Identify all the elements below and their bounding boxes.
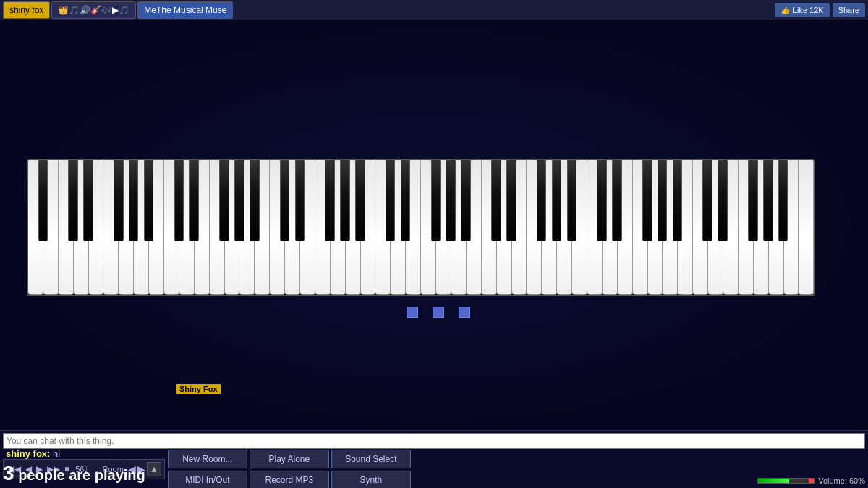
black-key[interactable] — [748, 160, 758, 241]
black-key[interactable] — [673, 160, 683, 241]
black-key[interactable] — [537, 160, 547, 241]
user-tag: Shiny Fox — [176, 384, 221, 394]
key-indicator-3 — [459, 307, 470, 318]
black-key[interactable] — [431, 160, 441, 241]
fb-like-button[interactable]: 👍 Like 12K — [775, 3, 830, 17]
buttons-grid: New Room... Play Alone Sound Select MIDI… — [168, 450, 411, 489]
black-key[interactable] — [386, 160, 396, 241]
user-tab[interactable]: shiny fox — [3, 1, 50, 19]
black-key[interactable] — [642, 160, 652, 241]
black-key[interactable] — [68, 160, 78, 241]
black-key[interactable] — [250, 160, 260, 241]
black-key[interactable] — [295, 160, 305, 241]
synth-button[interactable]: Synth — [331, 471, 411, 489]
fb-like-label: Like — [793, 6, 807, 14]
black-key[interactable] — [491, 160, 501, 241]
volume-bar: Volume: 60% — [757, 476, 865, 485]
people-label: people are playing — [18, 467, 145, 483]
black-key[interactable] — [144, 160, 154, 241]
midi-button[interactable]: MIDI In/Out — [168, 471, 247, 489]
piano-keyboard[interactable] — [27, 159, 815, 296]
icons-tab[interactable]: 👑🎵🔊🎸🎶▶🎵 — [51, 1, 136, 19]
black-key[interactable] — [325, 160, 335, 241]
piano-indicators — [27, 305, 815, 324]
new-room-button[interactable]: New Room... — [168, 450, 247, 468]
black-key[interactable] — [83, 160, 93, 241]
black-key[interactable] — [702, 160, 712, 241]
black-key[interactable] — [597, 160, 607, 241]
fb-thumbs-icon: 👍 — [780, 6, 791, 15]
people-playing: 3 people are playing — [3, 462, 145, 485]
key-indicator-2 — [433, 307, 444, 318]
people-count: 3 — [3, 462, 14, 484]
icons-display: 👑🎵🔊🎸🎶▶🎵 — [58, 5, 129, 15]
black-key[interactable] — [189, 160, 199, 241]
user-tab-label: shiny fox — [9, 5, 43, 15]
sound-select-button[interactable]: Sound Select — [331, 450, 411, 468]
black-key[interactable] — [567, 160, 577, 241]
play-alone-button[interactable]: Play Alone — [250, 450, 329, 468]
fb-like-count: 12K — [809, 6, 824, 14]
chat-input-row: Shiny Fox — [0, 433, 868, 449]
piano-container — [27, 159, 815, 304]
bottom-bar: shiny fox: hi Shiny Fox ◀◀ ◀ ▶ ▶▶ ■ 56♩ … — [0, 430, 868, 488]
black-key[interactable] — [718, 160, 728, 241]
black-key[interactable] — [778, 160, 788, 241]
black-key[interactable] — [340, 160, 350, 241]
black-key[interactable] — [461, 160, 471, 241]
black-key[interactable] — [280, 160, 290, 241]
black-key[interactable] — [114, 160, 124, 241]
black-key[interactable] — [612, 160, 622, 241]
black-key[interactable] — [219, 160, 229, 241]
fb-share-button[interactable]: Share — [833, 3, 865, 17]
volume-fill-green — [758, 479, 789, 483]
black-key[interactable] — [129, 160, 139, 241]
black-key[interactable] — [174, 160, 184, 241]
black-key[interactable] — [763, 160, 773, 241]
controls-row: ◀◀ ◀ ▶ ▶▶ ■ 56♩ 𝅗𝅥 Room ◀ ▶ ▲ New Room..… — [0, 450, 868, 488]
black-key[interactable] — [658, 160, 668, 241]
app-tab-label: Me — [144, 5, 156, 15]
chat-input[interactable] — [3, 433, 865, 449]
black-key[interactable] — [552, 160, 562, 241]
app-tab[interactable]: Me The Musical Muse — [137, 1, 233, 19]
expand-btn[interactable]: ▲ — [147, 462, 161, 476]
black-key[interactable] — [38, 160, 48, 241]
white-key[interactable] — [799, 160, 814, 295]
volume-track[interactable] — [757, 478, 815, 484]
black-key[interactable] — [355, 160, 365, 241]
key-indicator-1 — [407, 307, 418, 318]
top-bar: shiny fox 👑🎵🔊🎸🎶▶🎵 Me The Musical Muse 👍 … — [0, 0, 868, 20]
fb-share-label: Share — [838, 6, 859, 14]
app-tab-title: The Musical Muse — [156, 5, 226, 15]
record-mp3-button[interactable]: Record MP3 — [250, 471, 329, 489]
black-key[interactable] — [401, 160, 411, 241]
volume-label: Volume: 60% — [818, 476, 865, 485]
fb-buttons: 👍 Like 12K Share — [775, 3, 865, 17]
black-key[interactable] — [234, 160, 244, 241]
volume-fill-red — [809, 479, 814, 483]
black-key[interactable] — [506, 160, 516, 241]
black-key[interactable] — [446, 160, 456, 241]
